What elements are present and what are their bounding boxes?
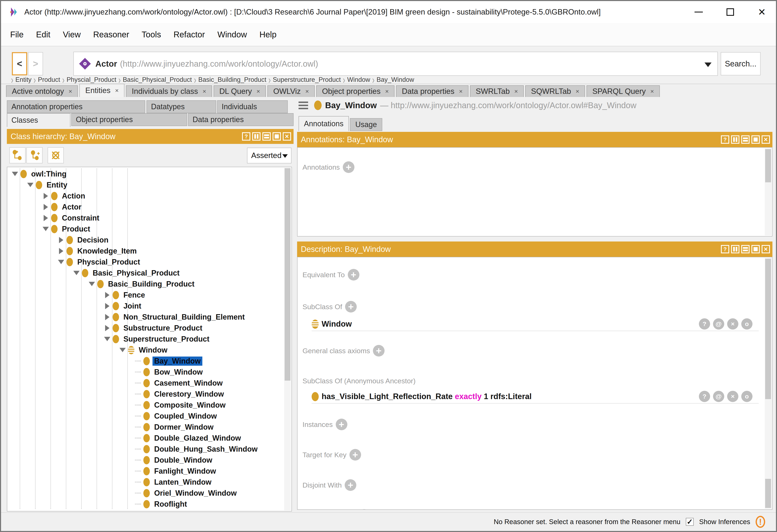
tree-row[interactable]: Bow_Window xyxy=(7,367,283,378)
tree-expand-arrow-icon[interactable] xyxy=(56,237,66,243)
tree-row[interactable]: Oriel_Window_Window xyxy=(7,488,283,499)
tree-collapse-arrow-icon[interactable] xyxy=(41,227,50,231)
tab-close-icon[interactable]: × xyxy=(256,88,260,95)
tree-item-label[interactable]: Coupled_Window xyxy=(152,412,219,421)
tree-item-label[interactable]: Fence xyxy=(122,290,147,300)
tree-item-label[interactable]: Joint xyxy=(122,301,143,311)
tree-row[interactable]: Lanten_Window xyxy=(7,477,283,488)
tree-item-label[interactable]: Lanten_Window xyxy=(152,478,213,487)
tab-annotations[interactable]: Annotations xyxy=(299,116,349,131)
annotations-scrollbar[interactable] xyxy=(765,148,771,236)
sidebar-tab-data-properties[interactable]: Data properties xyxy=(188,113,294,126)
tree-row[interactable]: Constraint xyxy=(7,213,283,224)
sidebar-tab-individuals[interactable]: Individuals xyxy=(217,100,288,113)
breadcrumb-item[interactable]: Physcial_Product xyxy=(67,76,116,84)
menu-item-view[interactable]: View xyxy=(57,30,87,39)
sidebar-tab-object-properties[interactable]: Object properties xyxy=(71,113,187,126)
tab-object-properties[interactable]: Object properties× xyxy=(316,85,395,97)
add-subclass-button[interactable] xyxy=(9,147,25,163)
tab-active-ontology[interactable]: Active ontology× xyxy=(6,85,78,97)
tree-collapse-arrow-icon[interactable] xyxy=(56,260,66,264)
split-horizontal-icon[interactable] xyxy=(741,135,750,144)
tree-row[interactable]: Basic_Building_Product xyxy=(7,278,283,289)
add-general-class-axioms-button[interactable]: + xyxy=(373,345,384,357)
tree-collapse-arrow-icon[interactable] xyxy=(87,282,97,286)
tree-row[interactable]: Dormer_Window xyxy=(7,421,283,432)
add-annotation-button[interactable]: + xyxy=(343,161,354,173)
tree-row[interactable]: Joint xyxy=(7,300,283,311)
back-button[interactable]: < xyxy=(12,52,27,76)
tree-row[interactable]: Non_Structural_Building_Element xyxy=(7,311,283,322)
tree-item-label[interactable]: Window xyxy=(137,346,169,355)
tree-row[interactable]: Coupled_Window xyxy=(7,410,283,421)
breadcrumb-item[interactable]: Window xyxy=(347,76,370,84)
tree-item-label[interactable]: Action xyxy=(60,191,87,201)
help-icon[interactable]: ? xyxy=(721,135,729,144)
tab-sparql-query[interactable]: SPARQL Query× xyxy=(586,85,660,97)
tree-collapse-arrow-icon[interactable] xyxy=(72,271,81,275)
add-disjoint-with-button[interactable]: + xyxy=(345,479,356,491)
tree-expand-arrow-icon[interactable] xyxy=(41,215,50,221)
tree-row[interactable]: Rooflight xyxy=(7,499,283,510)
tree-row[interactable]: Casement_Window xyxy=(7,378,283,389)
annotate-button[interactable]: @ xyxy=(713,318,724,329)
tree-item-label[interactable]: Knowledge_Item xyxy=(76,247,138,256)
tree-item-label[interactable]: Double_Glazed_Window xyxy=(152,433,243,443)
tree-item-label[interactable]: Physcial_Product xyxy=(76,258,142,267)
tab-close-icon[interactable]: × xyxy=(515,88,518,95)
close-view-icon[interactable]: ✕ xyxy=(762,245,770,253)
float-window-icon[interactable] xyxy=(272,132,281,141)
tree-item-label[interactable]: Double_Hung_Sash_Window xyxy=(152,444,259,454)
tree-expand-arrow-icon[interactable] xyxy=(41,193,50,199)
tree-expand-arrow-icon[interactable] xyxy=(102,314,112,320)
menu-item-help[interactable]: Help xyxy=(253,30,283,39)
menu-item-window[interactable]: Window xyxy=(211,30,253,39)
breadcrumb-item[interactable]: Product xyxy=(38,76,60,84)
add-subclass-of-button[interactable]: + xyxy=(345,301,357,312)
tree-row[interactable]: Window xyxy=(7,345,283,356)
breadcrumb-item[interactable]: Bay_Window xyxy=(377,76,414,84)
description-scrollbar[interactable] xyxy=(765,258,771,509)
split-horizontal-icon[interactable] xyxy=(741,245,750,253)
tab-individuals-by-class[interactable]: Individuals by class× xyxy=(126,85,212,97)
tree-row[interactable]: Product xyxy=(7,224,283,235)
tree-item-label[interactable]: Composite_Window xyxy=(152,401,227,410)
menu-item-reasoner[interactable]: Reasoner xyxy=(87,30,135,39)
tab-close-icon[interactable]: × xyxy=(69,88,72,95)
split-vertical-icon[interactable] xyxy=(731,135,740,144)
tree-item-label[interactable]: Double_Window xyxy=(152,455,214,465)
minimize-button[interactable] xyxy=(694,7,704,17)
maximize-button[interactable] xyxy=(725,7,735,17)
tab-dl-query[interactable]: DL Query× xyxy=(214,85,266,97)
tree-row[interactable]: Actor xyxy=(7,202,283,213)
tree-item-label[interactable]: Fanlight_Window xyxy=(152,467,218,476)
breadcrumb-item[interactable]: Entity xyxy=(15,76,31,84)
menu-item-file[interactable]: File xyxy=(4,30,30,39)
hierarchy-view-selector[interactable]: Asserted xyxy=(247,148,292,163)
tree-expand-arrow-icon[interactable] xyxy=(41,204,50,210)
breadcrumb-item[interactable]: Basic_Physical_Product xyxy=(123,76,192,84)
edit-axiom-button[interactable]: o xyxy=(741,391,753,402)
help-icon[interactable]: ? xyxy=(242,132,250,141)
tree-row[interactable]: Superstructure_Product xyxy=(7,334,283,345)
sidebar-tab-classes[interactable]: Classes xyxy=(7,113,71,127)
split-vertical-icon[interactable] xyxy=(731,245,740,253)
split-horizontal-icon[interactable] xyxy=(262,132,271,141)
tree-expand-arrow-icon[interactable] xyxy=(102,292,112,298)
tree-row[interactable]: Entity xyxy=(7,179,283,190)
breadcrumb-item[interactable]: Superstructure_Product xyxy=(273,76,341,84)
tree-item-label[interactable]: Basic_Building_Product xyxy=(106,279,196,289)
tree-item-label[interactable]: Oriel_Window_Window xyxy=(152,489,238,498)
tree-row[interactable]: Action xyxy=(7,190,283,202)
sidebar-tab-datatypes[interactable]: Datatypes xyxy=(146,100,216,113)
tree-item-label[interactable]: Casement_Window xyxy=(152,379,224,388)
delete-axiom-button[interactable]: × xyxy=(727,391,738,402)
float-window-icon[interactable] xyxy=(752,245,760,253)
tab-close-icon[interactable]: × xyxy=(650,88,654,95)
tree-item-label[interactable]: Decision xyxy=(76,236,110,245)
tree-item-label[interactable]: Constraint xyxy=(60,214,101,223)
float-window-icon[interactable] xyxy=(752,135,760,144)
tree-row[interactable]: Knowledge_Item xyxy=(7,245,283,256)
search-button[interactable]: Search... xyxy=(721,52,761,76)
hamburger-menu-icon[interactable] xyxy=(299,100,308,111)
